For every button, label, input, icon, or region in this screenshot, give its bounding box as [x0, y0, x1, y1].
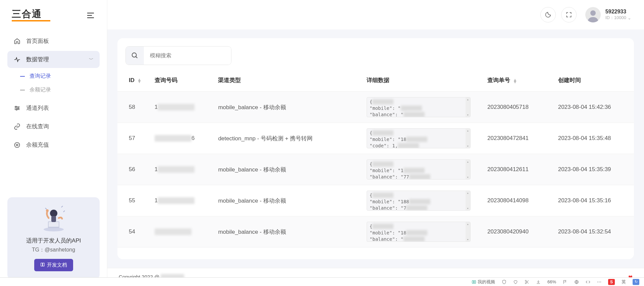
svg-point-8 — [16, 109, 17, 110]
col-label: ID — [129, 77, 135, 83]
home-icon — [13, 38, 21, 45]
logo-underline — [12, 20, 50, 21]
subnav-label: 查询记录 — [30, 73, 51, 80]
book-icon — [40, 262, 45, 268]
lang-label[interactable]: 英 — [622, 279, 626, 285]
scrollbar[interactable] — [466, 160, 470, 179]
json-preview[interactable]: {xxxxxxx "mobile": "xxxxxxx "balance": "… — [367, 97, 471, 117]
search-row — [117, 38, 634, 69]
svg-point-6 — [15, 106, 16, 107]
svg-point-14 — [50, 210, 57, 217]
json-preview[interactable]: {xxxxxxx "mobile": "188xxxxxxx "balance"… — [367, 191, 471, 211]
video-label: 我的视频 — [478, 279, 495, 285]
search-box — [125, 46, 231, 65]
table: ID ▴▾ 查询号码 渠道类型 详细数据 查询单号 ▴▾ 创建 — [117, 69, 634, 259]
cell-id: 58 — [117, 92, 149, 123]
svg-point-7 — [18, 108, 19, 109]
dev-docs-label: 开发文档 — [47, 262, 67, 268]
nav: 首页面板 数据管理 ﹀ 查询记录 余额记录 — [0, 29, 107, 191]
nav-item-data-manage[interactable]: 数据管理 ﹀ — [7, 51, 100, 68]
subnav-label: 余额记录 — [30, 86, 51, 93]
zoom-level[interactable]: 66% — [547, 279, 556, 284]
table-row: 54 xxxxxxxxx mobile_balance - 移动余额 {xxxx… — [117, 216, 634, 247]
json-preview[interactable]: {xxxxxxx "mobile": "18xxxxxxx "balance":… — [367, 222, 471, 242]
sliders-icon — [13, 105, 21, 112]
nav-label: 在线查询 — [26, 123, 94, 130]
user-id: ID：10000 — [605, 15, 626, 21]
cell-order: 2023080405718 — [482, 92, 553, 123]
translate-icon[interactable] — [574, 280, 579, 284]
scrollbar[interactable] — [466, 222, 470, 241]
table-row: 57 xxxxxxxxx6 detection_mnp - 号码检测 + 携号转… — [117, 123, 634, 154]
table-header-row: ID ▴▾ 查询号码 渠道类型 详细数据 查询单号 ▴▾ 创建 — [117, 69, 634, 92]
cell-id: 57 — [117, 123, 149, 154]
cell-data: {xxxxxxx "mobile": "188xxxxxxx "balance"… — [361, 185, 482, 216]
nav-item-channel-list[interactable]: 通道列表 — [7, 99, 100, 117]
cell-channel: detection_mnp - 号码检测 + 携号转网 — [213, 123, 361, 154]
menu-toggle-button[interactable] — [86, 11, 95, 20]
dev-docs-button[interactable]: 开发文档 — [34, 259, 73, 271]
table-row: 56 1xxxxxxxxx mobile_balance - 移动余额 {xxx… — [117, 154, 634, 185]
logo[interactable]: 三合通 — [12, 8, 52, 22]
col-label: 渠道类型 — [218, 77, 241, 83]
col-detail-data: 详细数据 — [361, 69, 482, 92]
col-id[interactable]: ID ▴▾ — [117, 69, 149, 92]
activity-icon — [13, 56, 21, 63]
more-icon[interactable]: ⋯ — [597, 279, 601, 284]
cell-order: 2023080412611 — [482, 154, 553, 185]
nav-item-dashboard[interactable]: 首页面板 — [7, 32, 100, 50]
col-query-number: 查询号码 — [149, 69, 213, 92]
cell-channel: mobile_balance - 移动余额 — [213, 92, 361, 123]
scrollbar[interactable] — [466, 97, 470, 117]
code-icon[interactable] — [586, 280, 590, 284]
table-row: 55 1xxxxxxxxx mobile_balance - 移动余额 {xxx… — [117, 185, 634, 216]
flag-icon[interactable] — [563, 280, 568, 284]
svg-rect-15 — [51, 216, 56, 222]
card: ID ▴▾ 查询号码 渠道类型 详细数据 查询单号 ▴▾ 创建 — [117, 38, 634, 259]
user-menu[interactable]: 5922933 ID：10000 ⌄ — [585, 7, 631, 22]
cell-data: {xxxxxxx "mobile": "1xxxxxxx "balance": … — [361, 154, 482, 185]
col-label: 详细数据 — [367, 77, 389, 83]
json-preview[interactable]: {xxxxxxx "mobile": "1xxxxxxx "balance": … — [367, 159, 471, 180]
theme-toggle-button[interactable] — [540, 7, 556, 22]
menu-icon — [87, 12, 95, 19]
col-label: 创建时间 — [558, 77, 581, 83]
dev-card-tg: TG：@sanhetong — [13, 246, 94, 254]
cell-data: {xxxxxxx "mobile": "xxxxxxx "balance": "… — [361, 92, 482, 123]
subnav-item-query-log[interactable]: 查询记录 — [17, 69, 100, 83]
cell-data: {xxxxxxx "mobile": "18xxxxxxx "balance":… — [361, 216, 482, 247]
cell-channel: mobile_balance - 移动余额 — [213, 185, 361, 216]
nav-item-online-query[interactable]: 在线查询 — [7, 118, 100, 135]
shield-icon[interactable] — [502, 280, 506, 284]
cell-number: 1xxxxxxxxx — [149, 92, 213, 123]
dev-api-card: 适用于开发人员的API TG：@sanhetong 开发文档 — [7, 197, 100, 279]
subnav-item-balance-log[interactable]: 余额记录 — [17, 83, 100, 97]
heart-outline-icon[interactable] — [513, 280, 518, 284]
sync-badge[interactable]: ↻ — [633, 279, 639, 285]
svg-rect-13 — [49, 222, 59, 227]
ime-badge[interactable]: S — [608, 279, 615, 285]
sub-nav: 查询记录 余额记录 — [7, 69, 100, 97]
avatar — [585, 7, 601, 22]
video-indicator[interactable]: 我的视频 — [472, 279, 495, 285]
col-order-no[interactable]: 查询单号 ▴▾ — [482, 69, 553, 92]
link-icon — [13, 123, 21, 130]
cell-order: 2023080472841 — [482, 123, 553, 154]
scrollbar[interactable] — [466, 129, 470, 148]
json-preview[interactable]: {xxxxxxx "mobile": "18xxxxxxx "code": 1,… — [367, 128, 471, 148]
dash-icon — [20, 76, 25, 77]
svg-point-9 — [15, 142, 20, 147]
search-input[interactable] — [144, 47, 231, 65]
download-icon[interactable] — [536, 280, 541, 284]
nav-item-balance-recharge[interactable]: 余额充值 — [7, 136, 100, 153]
fullscreen-button[interactable] — [561, 7, 577, 22]
svg-point-17 — [132, 53, 137, 57]
main: 5922933 ID：10000 ⌄ — [107, 0, 644, 286]
dev-card-title: 适用于开发人员的API — [13, 237, 94, 244]
sort-icon: ▴▾ — [138, 78, 141, 82]
scissors-icon[interactable] — [525, 280, 529, 284]
scrollbar[interactable] — [466, 191, 470, 210]
redacted-text: xxxxxxxxx — [155, 228, 192, 235]
redacted-text: xxxxxxxxx — [155, 135, 192, 142]
cell-time: 2023-08-04 15:35:16 — [553, 185, 634, 216]
